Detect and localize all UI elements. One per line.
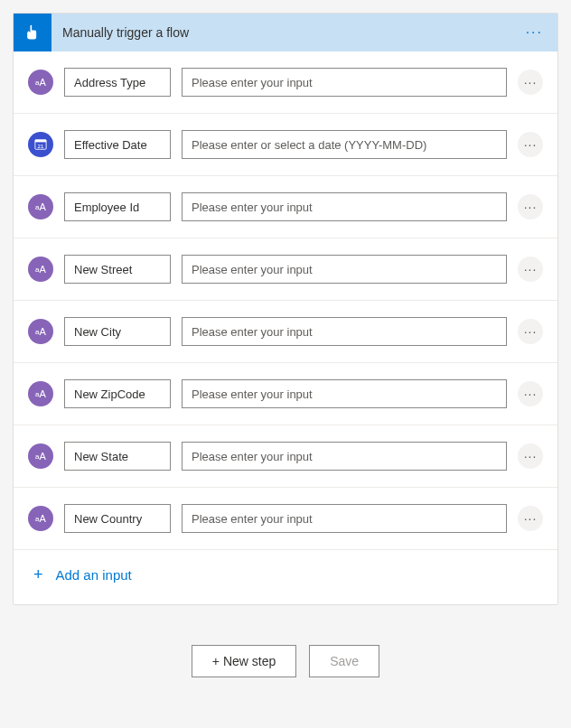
text-type-icon: aA bbox=[28, 194, 53, 219]
row-more-icon[interactable]: ··· bbox=[518, 319, 543, 344]
input-field[interactable] bbox=[182, 130, 507, 159]
row-more-icon[interactable]: ··· bbox=[518, 443, 543, 469]
footer: + New step Save bbox=[0, 645, 571, 677]
input-row: aA Employee Id ··· bbox=[14, 176, 557, 238]
save-button[interactable]: Save bbox=[309, 645, 379, 677]
input-row: aA New City ··· bbox=[14, 301, 557, 363]
input-label[interactable]: Effective Date bbox=[64, 130, 171, 159]
row-more-icon[interactable]: ··· bbox=[518, 381, 543, 406]
input-label[interactable]: New State bbox=[64, 442, 171, 471]
input-field[interactable] bbox=[182, 317, 507, 346]
input-label[interactable]: New Street bbox=[64, 255, 171, 284]
card-title: Manually trigger a flow bbox=[62, 25, 522, 40]
row-more-icon[interactable]: ··· bbox=[518, 132, 543, 157]
input-field[interactable] bbox=[182, 192, 507, 221]
text-type-icon: aA bbox=[28, 257, 53, 282]
row-more-icon[interactable]: ··· bbox=[518, 70, 543, 95]
input-label[interactable]: New Country bbox=[64, 504, 171, 533]
plus-icon: + bbox=[33, 566, 43, 583]
input-label[interactable]: Address Type bbox=[64, 68, 171, 97]
card-header[interactable]: Manually trigger a flow ··· bbox=[14, 14, 557, 51]
text-type-icon: aA bbox=[28, 70, 53, 95]
svg-text:21: 21 bbox=[38, 143, 44, 149]
inputs-list: aA Address Type ··· 21 Effective Date ··… bbox=[14, 51, 557, 550]
input-row: aA New Country ··· bbox=[14, 488, 557, 550]
row-more-icon[interactable]: ··· bbox=[518, 257, 543, 282]
manual-trigger-icon bbox=[14, 14, 51, 51]
input-field[interactable] bbox=[182, 442, 507, 471]
card-more-icon[interactable]: ··· bbox=[522, 21, 547, 44]
add-input-button[interactable]: + Add an input bbox=[14, 550, 557, 604]
input-row: aA New ZipCode ··· bbox=[14, 363, 557, 425]
input-field[interactable] bbox=[182, 504, 507, 533]
input-field[interactable] bbox=[182, 68, 507, 97]
row-more-icon[interactable]: ··· bbox=[518, 506, 543, 531]
input-row: aA New State ··· bbox=[14, 425, 557, 488]
input-label[interactable]: New ZipCode bbox=[64, 379, 171, 408]
input-field[interactable] bbox=[182, 379, 507, 408]
input-field[interactable] bbox=[182, 255, 507, 284]
text-type-icon: aA bbox=[28, 443, 53, 469]
input-row: aA Address Type ··· bbox=[14, 51, 557, 114]
date-type-icon: 21 bbox=[28, 132, 53, 157]
trigger-card: Manually trigger a flow ··· aA Address T… bbox=[13, 13, 558, 605]
text-type-icon: aA bbox=[28, 506, 53, 531]
text-type-icon: aA bbox=[28, 319, 53, 344]
input-label[interactable]: Employee Id bbox=[64, 192, 171, 221]
add-input-label: Add an input bbox=[56, 567, 132, 583]
row-more-icon[interactable]: ··· bbox=[518, 194, 543, 219]
input-row: 21 Effective Date ··· bbox=[14, 114, 557, 176]
input-label[interactable]: New City bbox=[64, 317, 171, 346]
input-row: aA New Street ··· bbox=[14, 238, 557, 301]
text-type-icon: aA bbox=[28, 381, 53, 406]
new-step-button[interactable]: + New step bbox=[192, 645, 296, 677]
